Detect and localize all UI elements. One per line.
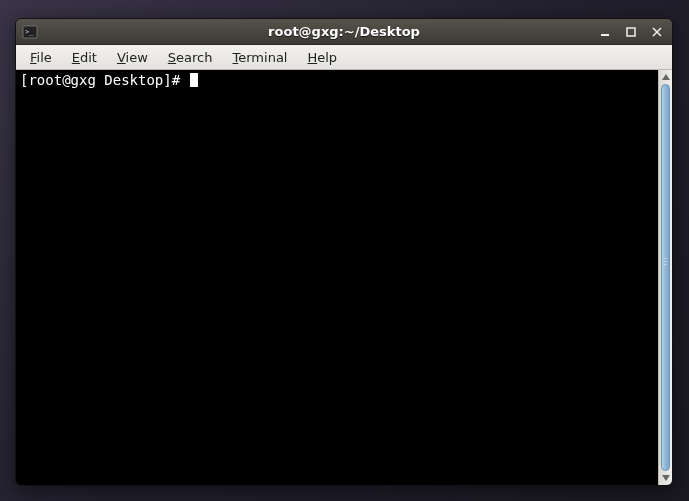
- terminal-area: [root@gxg Desktop]#: [16, 70, 672, 485]
- svg-rect-2: [601, 34, 609, 36]
- close-button[interactable]: [648, 23, 666, 41]
- menu-help[interactable]: Help: [299, 48, 345, 67]
- menu-search[interactable]: Search: [160, 48, 221, 67]
- scrollbar-thumb[interactable]: [661, 84, 670, 471]
- menubar: File Edit View Search Terminal Help: [16, 45, 672, 70]
- minimize-button[interactable]: [596, 23, 614, 41]
- terminal-app-icon: >_: [22, 24, 38, 40]
- shell-prompt: [root@gxg Desktop]#: [20, 72, 189, 88]
- svg-rect-3: [627, 28, 635, 36]
- terminal-content[interactable]: [root@gxg Desktop]#: [16, 70, 658, 485]
- menu-file[interactable]: File: [22, 48, 60, 67]
- vertical-scrollbar[interactable]: [658, 70, 672, 485]
- maximize-button[interactable]: [622, 23, 640, 41]
- terminal-window: >_ root@gxg:~/Desktop File Edit View Sea…: [15, 18, 673, 486]
- svg-text:>_: >_: [25, 28, 34, 36]
- scroll-up-button[interactable]: [659, 70, 672, 84]
- menu-edit[interactable]: Edit: [64, 48, 105, 67]
- titlebar[interactable]: >_ root@gxg:~/Desktop: [16, 19, 672, 45]
- menu-terminal[interactable]: Terminal: [225, 48, 296, 67]
- scroll-down-button[interactable]: [659, 471, 672, 485]
- window-title: root@gxg:~/Desktop: [16, 24, 672, 39]
- menu-view[interactable]: View: [109, 48, 156, 67]
- text-cursor: [190, 73, 198, 87]
